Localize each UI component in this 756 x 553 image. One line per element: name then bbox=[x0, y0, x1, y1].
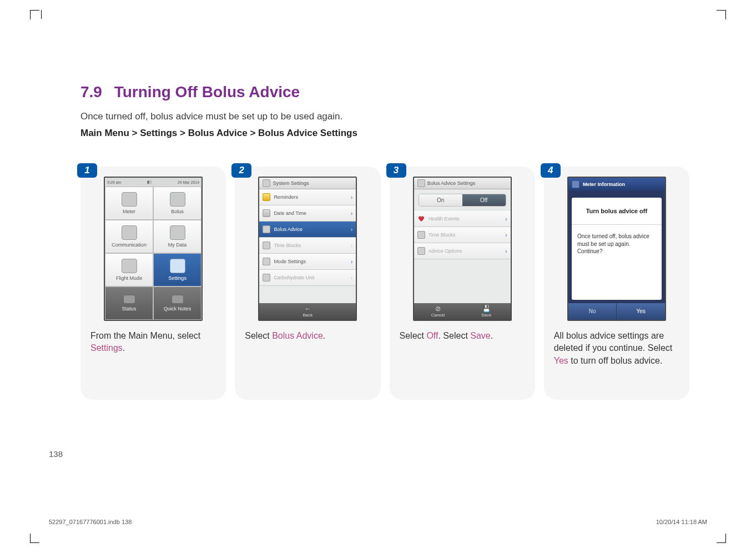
crop-mark bbox=[41, 10, 42, 19]
settings-icon bbox=[170, 259, 185, 273]
yes-button[interactable]: Yes bbox=[617, 303, 665, 320]
chevron-right-icon: › bbox=[505, 248, 507, 254]
menu-label: Bolus bbox=[171, 209, 184, 214]
row-date-time[interactable]: Date and Time› bbox=[259, 205, 356, 222]
row-mode-settings[interactable]: Mode Settings› bbox=[259, 254, 356, 270]
save-button[interactable]: 💾Save bbox=[462, 303, 511, 320]
caption-text: to turn off bolus advice. bbox=[568, 356, 663, 365]
main-menu-grid: Meter Bolus Communication My Data Flight… bbox=[105, 187, 201, 320]
screenshot-system-settings: System Settings Reminders› Date and Time… bbox=[258, 177, 357, 321]
quick-notes-icon bbox=[172, 295, 184, 304]
my-data-icon bbox=[170, 225, 185, 240]
menu-flight-mode[interactable]: Flight Mode bbox=[105, 253, 153, 286]
flight-mode-icon bbox=[122, 259, 137, 273]
step-caption: Select Bolus Advice. bbox=[245, 330, 370, 342]
header-title: Bolus Advice Settings bbox=[427, 180, 476, 186]
screen-footer: ⊘Cancel 💾Save bbox=[414, 303, 511, 320]
cancel-button[interactable]: ⊘Cancel bbox=[414, 303, 462, 320]
menu-quick-notes[interactable]: Quick Notes bbox=[153, 286, 201, 320]
screenshot-main-menu: 9:29 am ▮▯ 29 Mar 2014 Meter Bolus Commu… bbox=[104, 177, 203, 321]
bolus-icon bbox=[170, 192, 185, 207]
step-caption: Select Off. Select Save. bbox=[400, 330, 525, 342]
menu-label: Communication bbox=[112, 242, 147, 248]
on-off-segment: On Off bbox=[419, 194, 506, 207]
manual-page: 7.9 Turning Off Bolus Advice Once turned… bbox=[0, 0, 756, 553]
step-1: 1 9:29 am ▮▯ 29 Mar 2014 Meter Bolus Com… bbox=[80, 167, 226, 400]
menu-label: Quick Notes bbox=[164, 306, 191, 311]
segment-off[interactable]: Off bbox=[462, 194, 506, 206]
row-label: Health Events bbox=[429, 216, 460, 222]
step-4: 4 Meter Information Turn bolus advice of… bbox=[544, 167, 689, 400]
menu-my-data[interactable]: My Data bbox=[153, 220, 201, 253]
menu-label: My Data bbox=[168, 242, 187, 248]
crop-mark bbox=[30, 534, 39, 543]
chevron-right-icon: › bbox=[351, 226, 353, 233]
bolus-advice-icon bbox=[263, 225, 270, 233]
row-bolus-advice[interactable]: Bolus Advice› bbox=[259, 222, 356, 238]
screen-footer: ←Back bbox=[259, 303, 356, 320]
chevron-right-icon: › bbox=[351, 242, 353, 249]
caption-highlight: Off bbox=[426, 331, 438, 340]
bell-icon bbox=[263, 193, 270, 201]
menu-label: Meter bbox=[123, 209, 135, 214]
caption-text: . bbox=[123, 343, 125, 353]
caption-text: All bolus advice settings are deleted if… bbox=[554, 331, 672, 353]
crop-mark bbox=[30, 10, 39, 19]
page-number: 138 bbox=[49, 449, 63, 459]
chevron-right-icon: › bbox=[351, 210, 353, 217]
back-button[interactable]: ←Back bbox=[259, 303, 356, 320]
section-number: 7.9 bbox=[80, 83, 102, 100]
save-icon: 💾 bbox=[482, 305, 491, 312]
step-badge: 1 bbox=[77, 163, 97, 178]
step-2: 2 System Settings Reminders› Date and Ti… bbox=[235, 167, 380, 400]
header-icon bbox=[417, 179, 425, 187]
status-bar: 9:29 am ▮▯ 29 Mar 2014 bbox=[105, 178, 201, 187]
intro-text: Once turned off, bolus advice must be se… bbox=[80, 111, 689, 122]
menu-bolus[interactable]: Bolus bbox=[153, 187, 201, 220]
header-title: System Settings bbox=[273, 180, 309, 186]
step-caption: All bolus advice settings are deleted if… bbox=[554, 330, 679, 367]
chevron-right-icon: › bbox=[351, 258, 353, 265]
screenshot-confirmation-dialog: Meter Information Turn bolus advice off … bbox=[567, 177, 666, 321]
caption-text: Select bbox=[245, 331, 272, 340]
chevron-right-icon: › bbox=[351, 274, 353, 281]
screen-header: System Settings bbox=[259, 178, 356, 189]
row-label: Time Blocks bbox=[274, 243, 301, 248]
button-label: Save bbox=[481, 313, 491, 318]
meter-icon bbox=[122, 192, 137, 207]
screen-header: Bolus Advice Settings bbox=[414, 178, 511, 189]
row-label: Bolus Advice bbox=[274, 227, 303, 232]
section-title: Turning Off Bolus Advice bbox=[114, 83, 300, 100]
caption-highlight: Bolus Advice bbox=[272, 331, 323, 340]
time-blocks-icon bbox=[417, 231, 425, 239]
dialog-footer: No Yes bbox=[568, 303, 665, 320]
row-advice-options: Advice Options› bbox=[414, 243, 511, 259]
menu-meter[interactable]: Meter bbox=[105, 187, 153, 220]
heart-icon bbox=[417, 215, 425, 223]
step-badge: 3 bbox=[386, 163, 406, 178]
dialog-heading: Turn bolus advice off bbox=[572, 198, 662, 225]
segment-on[interactable]: On bbox=[419, 194, 462, 206]
row-reminders[interactable]: Reminders› bbox=[259, 189, 356, 205]
menu-status[interactable]: Status bbox=[105, 286, 153, 320]
row-label: Advice Options bbox=[429, 248, 462, 254]
no-button[interactable]: No bbox=[568, 303, 617, 320]
row-health-events: Health Events› bbox=[414, 211, 511, 227]
caption-highlight: Settings bbox=[90, 343, 123, 353]
back-arrow-icon: ← bbox=[304, 305, 311, 312]
cancel-icon: ⊘ bbox=[435, 305, 441, 312]
caption-highlight: Save bbox=[470, 331, 490, 340]
menu-communication[interactable]: Communication bbox=[105, 220, 153, 253]
status-time: 9:29 am bbox=[107, 180, 121, 184]
caption-text: From the Main Menu, select bbox=[90, 331, 200, 340]
header-icon bbox=[263, 179, 270, 187]
menu-label: Status bbox=[122, 306, 137, 311]
clock-icon bbox=[263, 209, 270, 217]
chevron-right-icon: › bbox=[505, 232, 507, 238]
caption-text: . bbox=[323, 331, 325, 340]
row-carbohydrate-unit: Carbohydrate Unit› bbox=[259, 270, 356, 286]
menu-settings[interactable]: Settings bbox=[153, 253, 201, 286]
button-label: Cancel bbox=[431, 313, 445, 318]
page-content: 7.9 Turning Off Bolus Advice Once turned… bbox=[80, 83, 689, 400]
breadcrumb: Main Menu > Settings > Bolus Advice > Bo… bbox=[80, 128, 689, 139]
